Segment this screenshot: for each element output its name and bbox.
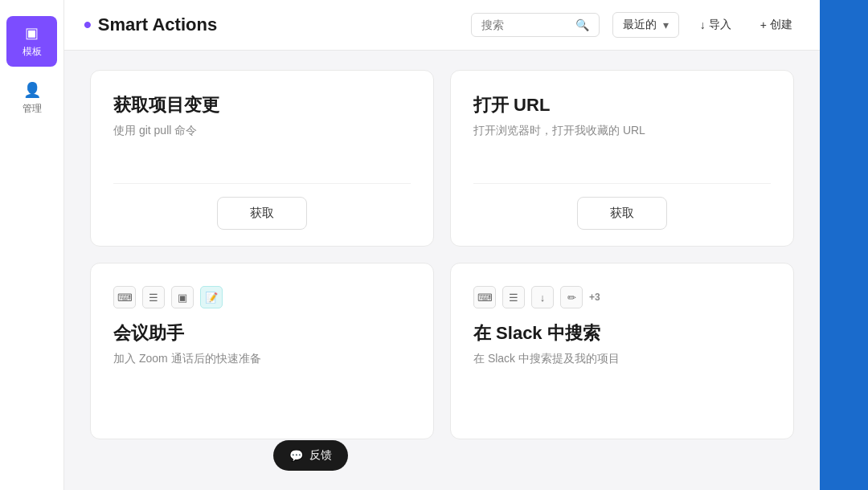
card-title: 获取项目变更 <box>113 93 411 117</box>
card-open-url: 打开 URL 打开浏览器时，打开我收藏的 URL 获取 <box>450 70 794 247</box>
sidebar-item-admin[interactable]: 👤 管理 <box>6 73 57 124</box>
import-button[interactable]: ↓ 导入 <box>692 13 739 37</box>
import-label: 导入 <box>709 18 731 32</box>
card-footer: 获取 <box>473 183 771 230</box>
extra-count-badge: +3 <box>589 292 600 303</box>
admin-icon: 👤 <box>23 81 41 99</box>
header-actions: ↓ 导入 + 创建 <box>692 13 800 37</box>
content-area: 获取项目变更 使用 git pull 命令 获取 打开 URL 打开浏览器时，打… <box>64 51 820 490</box>
note-icon-badge: 📝 <box>200 286 223 308</box>
card-title: 会议助手 <box>113 321 411 345</box>
get-button-url[interactable]: 获取 <box>577 197 667 230</box>
keyboard-icon-badge: ⌨ <box>473 286 496 308</box>
card-description: 在 Slack 中搜索提及我的项目 <box>473 352 771 423</box>
search-icon: 🔍 <box>575 18 589 31</box>
sort-dropdown[interactable]: 最近的 ▾ <box>612 12 679 38</box>
card-title: 在 Slack 中搜索 <box>473 321 771 345</box>
card-footer: 获取 <box>113 183 411 230</box>
card-icons: ⌨ ☰ ▣ 📝 <box>113 286 411 308</box>
create-label: 创建 <box>770 18 792 32</box>
right-panel <box>820 0 868 490</box>
feedback-label: 反馈 <box>309 448 332 463</box>
card-title: 打开 URL <box>473 93 771 117</box>
download-icon-badge: ↓ <box>531 286 554 308</box>
search-box[interactable]: 🔍 <box>471 13 600 37</box>
image-icon-badge: ▣ <box>171 286 194 308</box>
get-button-git[interactable]: 获取 <box>217 197 307 230</box>
search-input[interactable] <box>481 18 569 31</box>
sort-label: 最近的 <box>623 18 657 32</box>
card-icons: ⌨ ☰ ↓ ✏ +3 <box>473 286 771 308</box>
keyboard-icon-badge: ⌨ <box>113 286 136 308</box>
card-description: 加入 Zoom 通话后的快速准备 <box>113 352 411 423</box>
sidebar-item-templates[interactable]: ▣ 模板 <box>6 16 57 67</box>
card-slack-search: ⌨ ☰ ↓ ✏ +3 在 Slack 中搜索 在 Slack 中搜索提及我的项目 <box>450 263 794 439</box>
text-icon-badge: ☰ <box>142 286 165 308</box>
card-git-pull: 获取项目变更 使用 git pull 命令 获取 <box>90 70 434 247</box>
edit-icon-badge: ✏ <box>560 286 583 308</box>
card-meeting-assistant: ⌨ ☰ ▣ 📝 会议助手 加入 Zoom 通话后的快速准备 <box>90 263 434 439</box>
cards-grid: 获取项目变更 使用 git pull 命令 获取 打开 URL 打开浏览器时，打… <box>90 70 794 439</box>
sidebar: ▣ 模板 👤 管理 <box>0 0 64 490</box>
sidebar-item-label: 模板 <box>23 45 42 59</box>
plus-icon: + <box>760 18 767 31</box>
feedback-icon: 💬 <box>289 449 303 462</box>
header: Smart Actions 🔍 最近的 ▾ ↓ 导入 + 创建 <box>64 0 820 51</box>
sidebar-item-label: 管理 <box>23 102 42 116</box>
card-description: 使用 git pull 命令 <box>113 124 411 167</box>
feedback-button[interactable]: 💬 反馈 <box>273 440 348 471</box>
main-content: Smart Actions 🔍 最近的 ▾ ↓ 导入 + 创建 获取项目变更 <box>64 0 820 490</box>
chevron-down-icon: ▾ <box>663 18 669 31</box>
download-icon: ↓ <box>700 18 706 31</box>
card-description: 打开浏览器时，打开我收藏的 URL <box>473 124 771 167</box>
templates-icon: ▣ <box>25 24 39 42</box>
page-title: Smart Actions <box>84 12 217 38</box>
text-icon-badge: ☰ <box>502 286 525 308</box>
create-button[interactable]: + 创建 <box>752 13 800 37</box>
